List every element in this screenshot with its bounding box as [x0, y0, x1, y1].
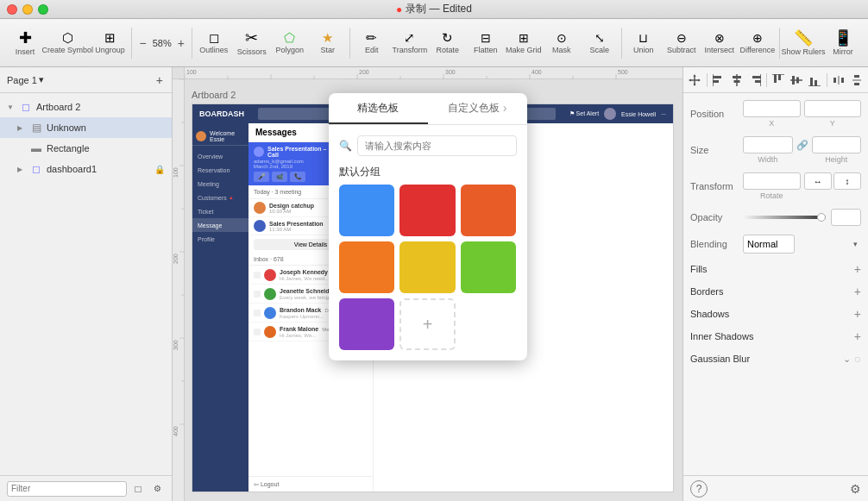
- blending-select[interactable]: Normal Darken Multiply Lighten Screen Ov…: [743, 235, 795, 254]
- width-input-col: Width: [743, 136, 793, 164]
- align-left-btn[interactable]: [711, 71, 727, 90]
- menu-dots: ···: [661, 111, 666, 117]
- layer-rectangle[interactable]: ▬ Rectangle: [0, 138, 172, 159]
- add-layer-button[interactable]: □: [130, 483, 146, 495]
- ungroup-tool[interactable]: ⊞ Ungroup: [91, 22, 128, 65]
- create-symbol-tool[interactable]: ⬡ Create Symbol: [45, 22, 90, 65]
- layer-unknown[interactable]: ▶ ▤ Unknown: [0, 117, 172, 138]
- align-top-btn[interactable]: [771, 71, 787, 90]
- blending-section: Blending Normal Darken Multiply Lighten …: [690, 235, 861, 254]
- logout-link[interactable]: ⇦ Logout: [254, 481, 279, 487]
- intersect-tool[interactable]: ⊗ Intersect: [701, 22, 738, 65]
- zoom-plus-icon[interactable]: +: [178, 36, 185, 50]
- position-section: Position X Y: [690, 100, 861, 128]
- panel-settings-button[interactable]: ⚙: [850, 482, 861, 496]
- rotate-tool[interactable]: ↻ Rotate: [430, 22, 466, 65]
- width-input[interactable]: [743, 136, 793, 153]
- lock-ratio-btn[interactable]: 🔗: [796, 136, 808, 164]
- distribute-v-btn[interactable]: [848, 71, 865, 90]
- opacity-slider[interactable]: [743, 211, 826, 223]
- move-tool-btn[interactable]: [687, 71, 703, 90]
- rotate-col: Rotate: [743, 172, 801, 200]
- settings-icon: ⚙: [850, 482, 861, 496]
- union-tool[interactable]: ⊔ Union: [626, 22, 662, 65]
- height-input[interactable]: [812, 136, 862, 153]
- difference-tool[interactable]: ⊕ Difference: [739, 22, 776, 65]
- flip-h-button[interactable]: ↔: [804, 172, 832, 190]
- color-swatch-green[interactable]: [461, 241, 517, 293]
- fills-add-button[interactable]: +: [854, 262, 861, 276]
- color-search-input[interactable]: [357, 135, 517, 156]
- color-swatch-red[interactable]: [399, 185, 456, 236]
- checkbox-3[interactable]: [254, 310, 261, 316]
- minimize-button[interactable]: [22, 4, 33, 15]
- y-input[interactable]: [804, 100, 862, 117]
- maximize-button[interactable]: [38, 4, 48, 15]
- make-grid-tool[interactable]: ⊞ Make Grid: [506, 22, 542, 65]
- insert-tool[interactable]: ✚ Insert: [7, 22, 43, 65]
- layer-search-input[interactable]: [7, 481, 127, 497]
- msg-content-1: Design catchup 10:30 AM: [269, 203, 328, 214]
- scissors-tool[interactable]: ✂ Scissors: [234, 22, 270, 65]
- checkbox-2[interactable]: [254, 291, 261, 297]
- tab-custom-swatches[interactable]: 自定义色板 ›: [428, 93, 527, 124]
- transform-inputs: Rotate ↔ ↕: [743, 172, 861, 200]
- ruler-marks-h: 100 200 300 400 500: [185, 67, 682, 79]
- color-swatch-orange-red[interactable]: [461, 185, 517, 236]
- x-input[interactable]: [743, 100, 801, 117]
- color-swatch-blue[interactable]: [339, 185, 395, 236]
- outlines-tool[interactable]: ◻ Outlines: [196, 22, 232, 65]
- align-middle-icon: [790, 74, 802, 86]
- subtract-tool[interactable]: ⊖ Subtract: [664, 22, 700, 65]
- end-call-btn[interactable]: 📞: [290, 172, 305, 182]
- zoom-minus-icon[interactable]: −: [139, 36, 146, 50]
- flatten-tool[interactable]: ⊟ Flatten: [468, 22, 504, 65]
- checkbox-1[interactable]: [254, 272, 261, 279]
- svg-rect-43: [778, 74, 781, 80]
- add-page-button[interactable]: +: [154, 72, 165, 89]
- window-controls[interactable]: [7, 4, 48, 15]
- toolbar-divider-2: [192, 28, 192, 59]
- opacity-value-input[interactable]: [831, 209, 861, 226]
- color-swatch-yellow[interactable]: [399, 241, 456, 293]
- align-right-btn[interactable]: [746, 71, 763, 90]
- page-selector[interactable]: Page 1 ▾: [7, 74, 44, 85]
- shadows-add-button[interactable]: +: [854, 307, 861, 321]
- tab-preset-swatches[interactable]: 精选色板: [329, 93, 428, 124]
- mute-btn[interactable]: 🎤: [254, 172, 269, 182]
- borders-add-button[interactable]: +: [854, 285, 861, 298]
- record-icon: ●: [396, 3, 402, 16]
- mirror-tool[interactable]: 📱 Mirror: [825, 22, 861, 65]
- layer-dashboard1[interactable]: ▶ ◻ dashboard1 🔒: [0, 159, 172, 179]
- transform-tool[interactable]: ⤢ Transform: [392, 22, 428, 65]
- flip-v-button[interactable]: ↕: [833, 172, 861, 190]
- star-tool[interactable]: ★ Star: [310, 22, 346, 65]
- checkbox-4[interactable]: [254, 329, 261, 335]
- close-button[interactable]: [7, 4, 17, 15]
- rotate-input[interactable]: [743, 172, 801, 190]
- show-rulers-tool[interactable]: 📏 Show Rulers: [783, 22, 823, 65]
- video-btn[interactable]: 📹: [272, 172, 287, 182]
- canvas-area: 100 200 300 400 500: [173, 67, 682, 501]
- height-input-col: Height: [812, 136, 862, 164]
- edit-tool[interactable]: ✏ Edit: [354, 22, 390, 65]
- align-top-icon: [772, 74, 784, 86]
- inner-shadows-add-button[interactable]: +: [854, 329, 861, 343]
- distribute-h-btn[interactable]: [830, 71, 846, 90]
- align-bottom-btn[interactable]: [807, 71, 823, 90]
- gaussian-blur-toggle[interactable]: ○: [854, 352, 861, 366]
- fills-section: Fills +: [690, 262, 861, 276]
- align-center-h-btn[interactable]: [729, 71, 745, 90]
- svg-rect-53: [841, 78, 844, 83]
- layer-settings-button[interactable]: ⚙: [149, 484, 165, 493]
- add-color-button[interactable]: +: [399, 298, 456, 350]
- color-swatch-orange[interactable]: [339, 241, 395, 293]
- polygon-tool[interactable]: ⬠ Polygon: [272, 22, 308, 65]
- layer-artboard2[interactable]: ▼ ◻ Artboard 2: [0, 97, 172, 117]
- color-swatch-purple[interactable]: [339, 298, 395, 350]
- scale-tool[interactable]: ⤡ Scale: [582, 22, 618, 65]
- align-middle-btn[interactable]: [789, 71, 805, 90]
- zoom-control[interactable]: − 58% +: [135, 36, 187, 50]
- help-button[interactable]: ?: [690, 480, 708, 498]
- mask-tool[interactable]: ⊙ Mask: [544, 22, 580, 65]
